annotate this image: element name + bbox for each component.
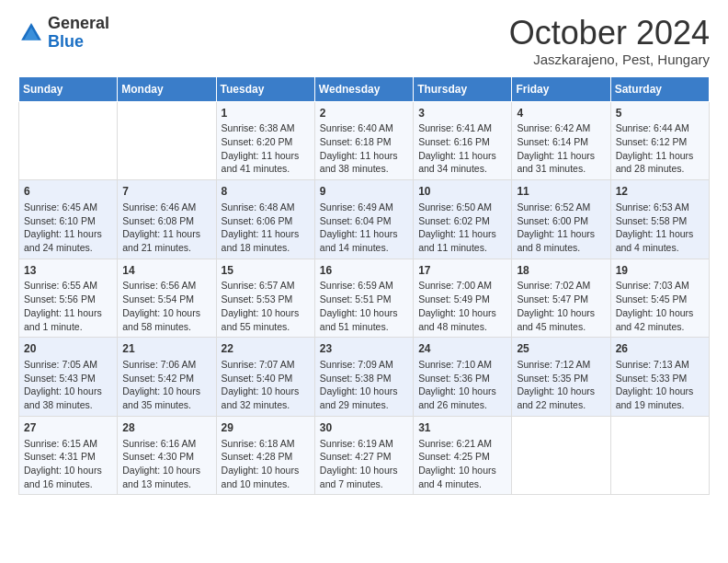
day-info: Sunrise: 6:15 AM Sunset: 4:31 PM Dayligh… (24, 437, 112, 491)
calendar-week-1: 1Sunrise: 6:38 AM Sunset: 6:20 PM Daylig… (19, 101, 710, 180)
calendar-cell: 29Sunrise: 6:18 AM Sunset: 4:28 PM Dayli… (216, 416, 314, 495)
day-number: 19 (616, 263, 704, 279)
day-number: 20 (24, 341, 112, 357)
day-number: 29 (222, 420, 310, 436)
day-number: 4 (517, 106, 605, 121)
calendar-cell: 9Sunrise: 6:49 AM Sunset: 6:04 PM Daylig… (314, 180, 413, 259)
calendar-cell: 21Sunrise: 7:06 AM Sunset: 5:42 PM Dayli… (118, 338, 216, 417)
calendar-cell: 7Sunrise: 6:46 AM Sunset: 6:08 PM Daylig… (118, 180, 216, 259)
calendar-cell: 6Sunrise: 6:45 AM Sunset: 6:10 PM Daylig… (19, 180, 118, 259)
day-info: Sunrise: 6:21 AM Sunset: 4:25 PM Dayligh… (418, 437, 506, 491)
col-header-saturday: Saturday (610, 76, 709, 101)
calendar-cell (19, 101, 118, 180)
day-info: Sunrise: 6:48 AM Sunset: 6:06 PM Dayligh… (222, 201, 310, 255)
day-info: Sunrise: 7:10 AM Sunset: 5:36 PM Dayligh… (418, 358, 506, 412)
day-number: 13 (24, 263, 112, 279)
day-info: Sunrise: 6:56 AM Sunset: 5:54 PM Dayligh… (122, 279, 210, 333)
day-info: Sunrise: 6:41 AM Sunset: 6:16 PM Dayligh… (418, 121, 506, 176)
logo-blue: Blue (48, 32, 84, 51)
calendar-cell: 22Sunrise: 7:07 AM Sunset: 5:40 PM Dayli… (216, 338, 314, 417)
day-number: 10 (418, 184, 506, 200)
day-info: Sunrise: 6:45 AM Sunset: 6:10 PM Dayligh… (24, 201, 112, 255)
day-number: 6 (24, 184, 112, 200)
day-number: 23 (320, 341, 408, 357)
day-number: 27 (24, 420, 112, 436)
day-info: Sunrise: 6:55 AM Sunset: 5:56 PM Dayligh… (24, 279, 112, 333)
day-number: 16 (320, 263, 408, 279)
calendar-cell: 31Sunrise: 6:21 AM Sunset: 4:25 PM Dayli… (414, 416, 512, 495)
day-info: Sunrise: 6:19 AM Sunset: 4:27 PM Dayligh… (320, 437, 408, 491)
calendar-week-4: 20Sunrise: 7:05 AM Sunset: 5:43 PM Dayli… (19, 338, 710, 417)
day-number: 14 (122, 263, 210, 279)
day-number: 1 (222, 106, 310, 121)
subtitle: Jaszkarajeno, Pest, Hungary (509, 52, 710, 67)
day-number: 17 (418, 263, 506, 279)
day-info: Sunrise: 6:16 AM Sunset: 4:30 PM Dayligh… (122, 437, 210, 491)
calendar-cell: 5Sunrise: 6:44 AM Sunset: 6:12 PM Daylig… (610, 101, 709, 180)
calendar-cell: 2Sunrise: 6:40 AM Sunset: 6:18 PM Daylig… (314, 101, 413, 180)
day-info: Sunrise: 6:52 AM Sunset: 6:00 PM Dayligh… (517, 201, 605, 255)
day-number: 2 (320, 106, 408, 121)
page: General Blue October 2024 Jaszkarajeno, … (0, 0, 728, 563)
day-number: 25 (517, 341, 605, 357)
day-info: Sunrise: 7:12 AM Sunset: 5:35 PM Dayligh… (517, 358, 605, 412)
logo: General Blue (18, 15, 109, 52)
calendar-cell: 24Sunrise: 7:10 AM Sunset: 5:36 PM Dayli… (414, 338, 512, 417)
calendar-cell: 10Sunrise: 6:50 AM Sunset: 6:02 PM Dayli… (414, 180, 512, 259)
day-number: 12 (616, 184, 704, 200)
calendar-cell: 30Sunrise: 6:19 AM Sunset: 4:27 PM Dayli… (314, 416, 413, 495)
col-header-monday: Monday (118, 76, 216, 101)
calendar-cell: 12Sunrise: 6:53 AM Sunset: 5:58 PM Dayli… (610, 180, 709, 259)
day-info: Sunrise: 7:06 AM Sunset: 5:42 PM Dayligh… (122, 358, 210, 412)
calendar-cell: 23Sunrise: 7:09 AM Sunset: 5:38 PM Dayli… (314, 338, 413, 417)
calendar-cell: 16Sunrise: 6:59 AM Sunset: 5:51 PM Dayli… (314, 259, 413, 338)
logo-general: General (48, 14, 109, 32)
day-number: 9 (320, 184, 408, 200)
day-number: 26 (616, 341, 704, 357)
col-header-tuesday: Tuesday (216, 76, 314, 101)
calendar-cell: 4Sunrise: 6:42 AM Sunset: 6:14 PM Daylig… (512, 101, 610, 180)
day-info: Sunrise: 6:40 AM Sunset: 6:18 PM Dayligh… (320, 121, 408, 176)
day-info: Sunrise: 7:05 AM Sunset: 5:43 PM Dayligh… (24, 358, 112, 412)
calendar-cell: 8Sunrise: 6:48 AM Sunset: 6:06 PM Daylig… (216, 180, 314, 259)
col-header-wednesday: Wednesday (314, 76, 413, 101)
day-info: Sunrise: 7:07 AM Sunset: 5:40 PM Dayligh… (222, 358, 310, 412)
day-info: Sunrise: 7:00 AM Sunset: 5:49 PM Dayligh… (418, 279, 506, 333)
calendar-cell: 28Sunrise: 6:16 AM Sunset: 4:30 PM Dayli… (118, 416, 216, 495)
calendar-cell: 19Sunrise: 7:03 AM Sunset: 5:45 PM Dayli… (610, 259, 709, 338)
col-header-thursday: Thursday (414, 76, 512, 101)
day-info: Sunrise: 6:38 AM Sunset: 6:20 PM Dayligh… (222, 121, 310, 176)
calendar-cell: 27Sunrise: 6:15 AM Sunset: 4:31 PM Dayli… (19, 416, 118, 495)
calendar-cell: 14Sunrise: 6:56 AM Sunset: 5:54 PM Dayli… (118, 259, 216, 338)
day-info: Sunrise: 7:09 AM Sunset: 5:38 PM Dayligh… (320, 358, 408, 412)
day-info: Sunrise: 6:50 AM Sunset: 6:02 PM Dayligh… (418, 201, 506, 255)
day-number: 28 (122, 420, 210, 436)
logo-text: General Blue (48, 15, 109, 52)
day-info: Sunrise: 6:53 AM Sunset: 5:58 PM Dayligh… (616, 201, 704, 255)
day-info: Sunrise: 6:46 AM Sunset: 6:08 PM Dayligh… (122, 201, 210, 255)
day-info: Sunrise: 7:02 AM Sunset: 5:47 PM Dayligh… (517, 279, 605, 333)
calendar-cell: 18Sunrise: 7:02 AM Sunset: 5:47 PM Dayli… (512, 259, 610, 338)
header: General Blue October 2024 Jaszkarajeno, … (18, 15, 710, 67)
day-number: 21 (122, 341, 210, 357)
calendar-cell: 15Sunrise: 6:57 AM Sunset: 5:53 PM Dayli… (216, 259, 314, 338)
day-info: Sunrise: 7:13 AM Sunset: 5:33 PM Dayligh… (616, 358, 704, 412)
logo-icon (18, 20, 44, 46)
calendar-week-5: 27Sunrise: 6:15 AM Sunset: 4:31 PM Dayli… (19, 416, 710, 495)
day-number: 5 (616, 106, 704, 121)
calendar-cell (512, 416, 610, 495)
calendar-cell: 13Sunrise: 6:55 AM Sunset: 5:56 PM Dayli… (19, 259, 118, 338)
calendar-cell (118, 101, 216, 180)
calendar-table: SundayMondayTuesdayWednesdayThursdayFrid… (18, 76, 710, 496)
day-number: 31 (418, 420, 506, 436)
calendar-cell: 1Sunrise: 6:38 AM Sunset: 6:20 PM Daylig… (216, 101, 314, 180)
calendar-cell: 17Sunrise: 7:00 AM Sunset: 5:49 PM Dayli… (414, 259, 512, 338)
day-info: Sunrise: 6:59 AM Sunset: 5:51 PM Dayligh… (320, 279, 408, 333)
day-number: 18 (517, 263, 605, 279)
calendar-cell: 11Sunrise: 6:52 AM Sunset: 6:00 PM Dayli… (512, 180, 610, 259)
calendar-week-3: 13Sunrise: 6:55 AM Sunset: 5:56 PM Dayli… (19, 259, 710, 338)
title-block: October 2024 Jaszkarajeno, Pest, Hungary (509, 15, 710, 67)
col-header-friday: Friday (512, 76, 610, 101)
day-number: 3 (418, 106, 506, 121)
day-number: 30 (320, 420, 408, 436)
